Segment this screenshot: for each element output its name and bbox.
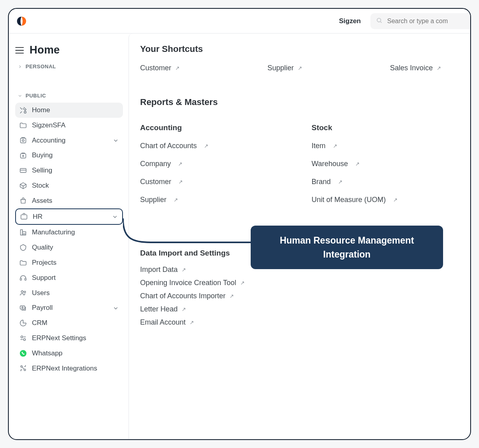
reports-grid: Accounting Chart of Accounts↗ Company↗ C…: [140, 115, 459, 209]
shortcut-label: Sales Invoice: [390, 64, 433, 72]
sidebar-item-erpnext-integrations[interactable]: ERPNext Integrations: [15, 361, 123, 376]
svg-point-19: [24, 291, 26, 293]
chevron-down-icon: [113, 305, 119, 311]
nav-label: Quality: [32, 243, 53, 252]
search-box[interactable]: [370, 13, 470, 29]
arrow-ne-icon: ↗: [338, 179, 342, 185]
arrow-ne-icon: ↗: [393, 197, 398, 203]
report-col-title: Accounting: [140, 123, 288, 132]
sidebar-item-erpnext-settings[interactable]: ERPNext Settings: [15, 331, 123, 346]
arrow-ne-icon: ↗: [298, 65, 302, 71]
sidebar-item-support[interactable]: Support: [15, 270, 123, 285]
link-label: Chart of Accounts Importer: [140, 292, 226, 300]
link-coa-importer[interactable]: Chart of Accounts Importer↗: [140, 289, 234, 303]
svg-rect-16: [20, 278, 22, 280]
page-title: Home: [30, 44, 60, 56]
link-customer[interactable]: Customer↗: [140, 175, 183, 188]
sidebar-item-stock[interactable]: Stock: [15, 178, 123, 193]
svg-point-21: [22, 307, 23, 308]
company-name[interactable]: Sigzen: [339, 17, 361, 25]
stock-icon: [19, 182, 27, 190]
link-uom[interactable]: Unit of Measure (UOM)↗: [312, 193, 398, 206]
arrow-ne-icon: ↗: [175, 65, 180, 71]
whatsapp-icon: [19, 349, 27, 357]
nav-label: Projects: [32, 258, 56, 268]
settings-icon: [19, 334, 27, 342]
nav-label: Buying: [32, 151, 53, 160]
sidebar-section-public[interactable]: PUBLIC: [18, 93, 121, 99]
link-supplier[interactable]: Supplier↗: [140, 193, 178, 206]
svg-rect-7: [20, 154, 26, 158]
shortcut-sales-invoice[interactable]: Sales Invoice ↗: [390, 61, 441, 75]
link-warehouse[interactable]: Warehouse↗: [312, 157, 360, 170]
selling-icon: [19, 167, 27, 174]
sidebar-section-personal[interactable]: PERSONAL: [18, 63, 121, 69]
link-email-account[interactable]: Email Account↗: [140, 316, 194, 329]
shortcut-supplier[interactable]: Supplier ↗: [267, 61, 302, 75]
hr-icon: [20, 212, 28, 220]
arrow-ne-icon: ↗: [190, 319, 194, 325]
support-icon: [19, 274, 27, 282]
search-input[interactable]: [386, 17, 465, 25]
link-label: Chart of Accounts: [140, 142, 197, 150]
search-icon: [376, 17, 382, 25]
link-brand[interactable]: Brand↗: [312, 175, 342, 188]
nav-label: CRM: [32, 318, 48, 328]
sidebar-item-projects[interactable]: Projects: [15, 255, 123, 270]
chevron-down-icon: [113, 137, 119, 143]
nav-label: ERPNext Integrations: [32, 364, 97, 373]
sidebar-item-hr[interactable]: HR: [15, 208, 123, 225]
sidebar-item-sigzensfa[interactable]: SigzenSFA: [15, 118, 123, 133]
svg-point-8: [22, 155, 24, 157]
sidebar-item-crm[interactable]: CRM: [15, 315, 123, 331]
section-label-text: PUBLIC: [26, 93, 46, 99]
menu-toggle-icon[interactable]: [15, 47, 24, 54]
link-label: Email Account: [140, 318, 186, 327]
nav-label: SigzenSFA: [32, 121, 65, 130]
chevron-down-icon: [18, 93, 22, 98]
sidebar-item-assets[interactable]: Assets: [15, 193, 123, 208]
arrow-ne-icon: ↗: [182, 306, 186, 312]
arrow-ne-icon: ↗: [178, 161, 182, 167]
home-row: Home: [15, 44, 123, 56]
link-label: Unit of Measure (UOM): [312, 196, 386, 204]
nav-label: Assets: [32, 196, 52, 206]
link-letter-head[interactable]: Letter Head↗: [140, 303, 186, 316]
app-frame: Sigzen Home: [8, 8, 471, 440]
nav-label: HR: [33, 212, 43, 222]
sidebar-item-quality[interactable]: Quality: [15, 240, 123, 255]
sidebar-item-whatsapp[interactable]: Whatsapp: [15, 346, 123, 361]
sidebar-item-manufacturing[interactable]: Manufacturing: [15, 225, 123, 240]
sidebar: Home PERSONAL PUBLIC: [9, 34, 129, 439]
link-company[interactable]: Company↗: [140, 157, 182, 170]
topbar-left: [16, 16, 27, 27]
link-label: Brand: [312, 178, 331, 186]
sidebar-item-selling[interactable]: Selling: [15, 163, 123, 178]
app-logo: [16, 16, 27, 27]
sidebar-item-payroll[interactable]: Payroll: [15, 300, 123, 315]
link-item[interactable]: Item↗: [312, 139, 337, 153]
link-import-data[interactable]: Import Data↗: [140, 263, 186, 276]
svg-point-0: [377, 18, 381, 22]
svg-point-18: [21, 291, 23, 293]
sidebar-item-users[interactable]: Users: [15, 285, 123, 301]
shortcuts-title: Your Shortcuts: [140, 44, 459, 54]
svg-point-28: [24, 369, 26, 371]
projects-icon: [19, 259, 27, 267]
nav-label: Users: [32, 288, 49, 298]
arrow-ne-icon: ↗: [178, 179, 183, 185]
sidebar-item-buying[interactable]: Buying: [15, 148, 123, 163]
shortcut-customer[interactable]: Customer ↗: [140, 61, 180, 75]
link-opening-invoice-tool[interactable]: Opening Invoice Creation Tool↗: [140, 276, 245, 289]
arrow-ne-icon: ↗: [204, 143, 208, 149]
sidebar-item-accounting[interactable]: Accounting: [15, 133, 123, 148]
link-label: Supplier: [140, 196, 166, 204]
arrow-ne-icon: ↗: [230, 293, 234, 299]
callout-box: Human Resource Management Integration: [251, 226, 443, 269]
sidebar-item-home[interactable]: Home: [15, 103, 123, 118]
arrow-ne-icon: ↗: [174, 197, 178, 203]
link-chart-of-accounts[interactable]: Chart of Accounts↗: [140, 139, 208, 153]
nav-label: Manufacturing: [32, 228, 75, 237]
link-label: Customer: [140, 178, 171, 186]
link-label: Opening Invoice Creation Tool: [140, 279, 236, 287]
